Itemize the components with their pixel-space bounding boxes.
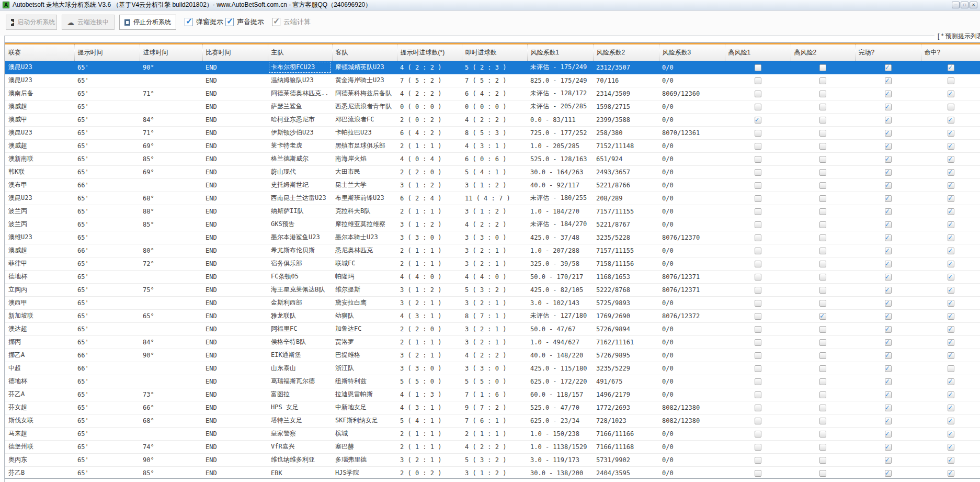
highrisk2-checkbox[interactable] <box>819 195 826 202</box>
table-row[interactable]: 澳新南联65'85°END格兰德斯威尔南海岸火焰4 ( 0 : 4 )6 ( 0… <box>5 152 980 165</box>
table-row[interactable]: 澳威超65'END萨瑟兰鲨鱼西悉尼流浪者青年队0 ( 0 : 0 )0 ( 0 … <box>5 100 980 113</box>
hit-checkbox[interactable] <box>948 156 954 163</box>
hit-checkbox[interactable] <box>948 313 954 320</box>
close-button[interactable]: ✕ <box>970 2 977 8</box>
table-row[interactable]: 芬乙A65'73°END富图拉拉迪恩雷帕斯4 ( 1 : 3 )7 ( 1 : … <box>5 388 980 401</box>
hit-checkbox[interactable] <box>948 470 954 477</box>
highrisk1-checkbox[interactable] <box>755 182 761 189</box>
highrisk1-checkbox[interactable] <box>755 143 761 150</box>
hit-checkbox[interactable] <box>948 444 954 451</box>
finished-checkbox[interactable] <box>885 352 892 359</box>
highrisk1-checkbox[interactable] <box>755 104 761 110</box>
sound-alert-checkbox[interactable]: 声音提示 <box>225 17 264 27</box>
highrisk2-checkbox[interactable] <box>819 104 826 110</box>
finished-checkbox[interactable] <box>885 208 892 215</box>
highrisk1-checkbox[interactable] <box>755 117 761 124</box>
highrisk1-checkbox[interactable] <box>755 391 761 398</box>
highrisk1-checkbox[interactable] <box>755 457 761 464</box>
hit-checkbox[interactable] <box>948 274 954 281</box>
table-row[interactable]: 澳昆U2365'68°END西南昆士兰达雷U23布里斯班前锋U236 ( 2 :… <box>5 192 980 205</box>
highrisk1-checkbox[interactable] <box>755 208 761 215</box>
highrisk1-checkbox[interactable] <box>755 431 761 438</box>
column-header-risk3[interactable]: 风险系数3 <box>659 44 725 61</box>
highrisk2-checkbox[interactable] <box>819 91 826 97</box>
table-row[interactable]: 波兰丙65'85°ENDGKS预告摩拉维亚莫拉维察3 ( 1 : 2 )4 ( … <box>5 218 980 231</box>
highrisk1-checkbox[interactable] <box>755 91 761 97</box>
highrisk2-checkbox[interactable] <box>819 444 826 451</box>
highrisk2-checkbox[interactable] <box>819 457 826 464</box>
table-row[interactable]: 菲律甲65'72°END宿务俱乐部联城FC2 ( 1 : 1 )3 ( 2 : … <box>5 257 980 270</box>
hit-checkbox[interactable] <box>948 143 954 150</box>
highrisk1-checkbox[interactable] <box>755 365 761 372</box>
highrisk2-checkbox[interactable] <box>819 339 826 346</box>
table-row[interactable]: 马来超65'END皇家警察槟城2 ( 1 : 1 )2 ( 1 : 1 )1.0… <box>5 427 980 440</box>
highrisk1-checkbox[interactable] <box>755 470 761 477</box>
highrisk1-checkbox[interactable] <box>755 444 761 451</box>
hit-checkbox[interactable] <box>948 418 954 424</box>
highrisk1-checkbox[interactable] <box>755 378 761 385</box>
hit-checkbox[interactable] <box>948 378 954 385</box>
highrisk2-checkbox[interactable] <box>819 365 826 372</box>
finished-checkbox[interactable] <box>885 405 892 411</box>
table-row[interactable]: 芬女超65'66°ENDHPS 女足中新地女足4 ( 3 : 1 )9 ( 7 … <box>5 401 980 414</box>
highrisk2-checkbox[interactable] <box>819 156 826 163</box>
finished-checkbox[interactable] <box>885 365 892 372</box>
finished-checkbox[interactable] <box>885 431 892 438</box>
table-row[interactable]: 波兰丙65'88°END纳斯萨II队克拉科夫B队2 ( 1 : 1 )3 ( 1… <box>5 205 980 218</box>
highrisk2-checkbox[interactable] <box>819 248 826 254</box>
table-row[interactable]: 韩K联65'69°END蔚山现代大田市民2 ( 2 : 0 )5 ( 4 : 1… <box>5 165 980 178</box>
finished-checkbox[interactable] <box>885 378 892 385</box>
table-row[interactable]: 澳布甲66'END史托姆斯世纪昆士兰大学3 ( 1 : 2 )3 ( 1 : 2… <box>5 178 980 192</box>
sound-alert-checkbox-box[interactable] <box>225 18 234 26</box>
highrisk1-checkbox[interactable] <box>755 326 761 333</box>
highrisk2-checkbox[interactable] <box>819 326 826 333</box>
hit-checkbox[interactable] <box>948 64 954 71</box>
table-row[interactable]: 澳南后备65'71°END阿德莱德奥林匹克..阿德莱科梅兹后备队4 ( 2 : … <box>5 87 980 100</box>
highrisk2-checkbox[interactable] <box>819 130 826 137</box>
hit-checkbox[interactable] <box>948 405 954 411</box>
highrisk2-checkbox[interactable] <box>819 418 826 424</box>
highrisk2-checkbox[interactable] <box>819 470 826 477</box>
finished-checkbox[interactable] <box>885 64 892 71</box>
highrisk2-checkbox[interactable] <box>819 169 826 176</box>
hit-checkbox[interactable] <box>948 234 954 241</box>
column-header-live-goals[interactable]: 即时进球数 <box>462 44 527 61</box>
hit-checkbox[interactable] <box>948 182 954 189</box>
highrisk2-checkbox[interactable] <box>819 274 826 281</box>
finished-checkbox[interactable] <box>885 339 892 346</box>
highrisk2-checkbox[interactable] <box>819 221 826 228</box>
highrisk2-checkbox[interactable] <box>819 300 826 307</box>
hit-checkbox[interactable] <box>948 91 954 97</box>
highrisk2-checkbox[interactable] <box>819 352 826 359</box>
column-header-away-team[interactable]: 客队 <box>332 44 397 61</box>
table-row[interactable]: 奥丙东65'90°END维也纳维多利亚多瑙弗里德3 ( 2 : 1 )5 ( 3… <box>5 453 980 466</box>
hit-checkbox[interactable] <box>948 169 954 176</box>
highrisk1-checkbox[interactable] <box>755 64 761 71</box>
highrisk1-checkbox[interactable] <box>755 405 761 411</box>
finished-checkbox[interactable] <box>885 169 892 176</box>
highrisk2-checkbox[interactable] <box>819 117 826 124</box>
hit-checkbox[interactable] <box>948 117 954 124</box>
table-row[interactable]: 澳威甲65'84°END哈柯亚东悉尼市邓巴流浪者FC2 ( 0 : 2 )4 (… <box>5 113 980 126</box>
highrisk2-checkbox[interactable] <box>819 405 826 411</box>
table-row[interactable]: 德地杯65'END葛瑞福斯瓦尔德纽斯特利兹5 ( 5 : 0 )5 ( 5 : … <box>5 375 980 388</box>
finished-checkbox[interactable] <box>885 248 892 254</box>
hit-checkbox[interactable] <box>948 287 954 294</box>
finished-checkbox[interactable] <box>885 104 892 110</box>
highrisk1-checkbox[interactable] <box>755 352 761 359</box>
hit-checkbox[interactable] <box>948 339 954 346</box>
highrisk1-checkbox[interactable] <box>755 156 761 163</box>
highrisk2-checkbox[interactable] <box>819 391 826 398</box>
highrisk2-checkbox[interactable] <box>819 287 826 294</box>
finished-checkbox[interactable] <box>885 300 892 307</box>
column-header-highrisk1[interactable]: 高风险1 <box>725 44 791 61</box>
highrisk1-checkbox[interactable] <box>755 234 761 241</box>
hit-checkbox[interactable] <box>948 365 954 372</box>
hit-checkbox[interactable] <box>948 104 954 110</box>
highrisk1-checkbox[interactable] <box>755 261 761 267</box>
highrisk2-checkbox[interactable] <box>819 261 826 267</box>
table-row[interactable]: 澳达超65'END阿福里FC加鲁达FC2 ( 2 : 0 )3 ( 2 : 1 … <box>5 322 980 335</box>
highrisk2-checkbox[interactable] <box>819 234 826 241</box>
highrisk1-checkbox[interactable] <box>755 130 761 137</box>
table-row-selected[interactable]: 澳昆U2365'90°END卡布尔彻FCU23摩顿城精英队U234 ( 2 : … <box>5 61 980 74</box>
